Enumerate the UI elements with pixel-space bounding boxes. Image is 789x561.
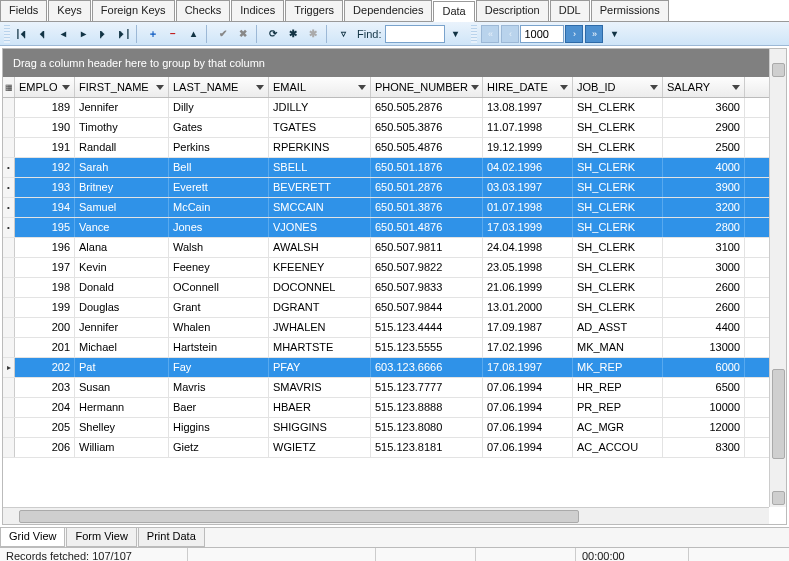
tab-data[interactable]: Data <box>433 1 474 22</box>
tab-dependencies[interactable]: Dependencies <box>344 0 432 21</box>
cell-job-id[interactable]: AC_MGR <box>573 418 663 437</box>
cell-last-name[interactable]: Fay <box>169 358 269 377</box>
table-row[interactable]: •194SamuelMcCainSMCCAIN650.501.387601.07… <box>3 198 769 218</box>
cell-last-name[interactable]: Jones <box>169 218 269 237</box>
cell-first-name[interactable]: Susan <box>75 378 169 397</box>
cell-phone[interactable]: 650.501.1876 <box>371 158 483 177</box>
cell-salary[interactable]: 2600 <box>663 298 745 317</box>
chevron-down-icon[interactable] <box>358 85 366 90</box>
cell-hire-date[interactable]: 13.08.1997 <box>483 98 573 117</box>
cell-phone[interactable]: 650.505.4876 <box>371 138 483 157</box>
cell-job-id[interactable]: MK_MAN <box>573 338 663 357</box>
cell-employee-id[interactable]: 189 <box>15 98 75 117</box>
cell-last-name[interactable]: Whalen <box>169 318 269 337</box>
cell-phone[interactable]: 650.507.9811 <box>371 238 483 257</box>
col-email[interactable]: EMAIL <box>269 77 371 97</box>
col-first-name[interactable]: FIRST_NAME <box>75 77 169 97</box>
cell-salary[interactable]: 2600 <box>663 278 745 297</box>
cell-last-name[interactable]: Grant <box>169 298 269 317</box>
cell-last-name[interactable]: Hartstein <box>169 338 269 357</box>
chevron-down-icon[interactable] <box>471 85 479 90</box>
bookmark-icon[interactable]: ✱ <box>284 25 302 43</box>
cell-email[interactable]: DOCONNEL <box>269 278 371 297</box>
cell-hire-date[interactable]: 01.07.1998 <box>483 198 573 217</box>
cell-salary[interactable]: 4400 <box>663 318 745 337</box>
cell-last-name[interactable]: Gates <box>169 118 269 137</box>
add-row-icon[interactable]: ＋ <box>144 25 162 43</box>
cell-employee-id[interactable]: 190 <box>15 118 75 137</box>
cell-first-name[interactable]: Samuel <box>75 198 169 217</box>
cell-email[interactable]: JWHALEN <box>269 318 371 337</box>
group-by-bar[interactable]: Drag a column header here to group by th… <box>3 49 769 77</box>
cell-email[interactable]: TGATES <box>269 118 371 137</box>
cell-last-name[interactable]: Dilly <box>169 98 269 117</box>
cell-last-name[interactable]: Perkins <box>169 138 269 157</box>
table-row[interactable]: 189JenniferDillyJDILLY650.505.287613.08.… <box>3 98 769 118</box>
cell-job-id[interactable]: AD_ASST <box>573 318 663 337</box>
row-indicator[interactable] <box>3 278 15 297</box>
cell-phone[interactable]: 650.507.9833 <box>371 278 483 297</box>
cell-employee-id[interactable]: 196 <box>15 238 75 257</box>
cell-hire-date[interactable]: 24.04.1998 <box>483 238 573 257</box>
cell-job-id[interactable]: PR_REP <box>573 398 663 417</box>
cell-first-name[interactable]: Sarah <box>75 158 169 177</box>
cell-salary[interactable]: 6000 <box>663 358 745 377</box>
cell-job-id[interactable]: SH_CLERK <box>573 158 663 177</box>
cell-job-id[interactable]: SH_CLERK <box>573 258 663 277</box>
chevron-down-icon[interactable] <box>560 85 568 90</box>
cell-first-name[interactable]: Kevin <box>75 258 169 277</box>
cell-hire-date[interactable]: 23.05.1998 <box>483 258 573 277</box>
cell-phone[interactable]: 515.123.8181 <box>371 438 483 457</box>
tab-description[interactable]: Description <box>476 0 549 21</box>
find-dropdown-icon[interactable]: ▾ <box>446 25 464 43</box>
cell-employee-id[interactable]: 202 <box>15 358 75 377</box>
cell-email[interactable]: SMCCAIN <box>269 198 371 217</box>
table-row[interactable]: 197KevinFeeneyKFEENEY650.507.982223.05.1… <box>3 258 769 278</box>
cell-last-name[interactable]: Feeney <box>169 258 269 277</box>
cell-last-name[interactable]: Walsh <box>169 238 269 257</box>
cell-employee-id[interactable]: 204 <box>15 398 75 417</box>
row-indicator[interactable] <box>3 258 15 277</box>
cell-first-name[interactable]: Jennifer <box>75 98 169 117</box>
cell-email[interactable]: AWALSH <box>269 238 371 257</box>
row-indicator[interactable]: ▸ <box>3 358 15 377</box>
commit-icon[interactable]: ✔ <box>214 25 232 43</box>
cell-salary[interactable]: 2900 <box>663 118 745 137</box>
cell-hire-date[interactable]: 07.06.1994 <box>483 418 573 437</box>
cell-last-name[interactable]: OConnell <box>169 278 269 297</box>
cell-first-name[interactable]: Shelley <box>75 418 169 437</box>
table-row[interactable]: 204HermannBaerHBAER515.123.888807.06.199… <box>3 398 769 418</box>
tab-triggers[interactable]: Triggers <box>285 0 343 21</box>
cell-first-name[interactable]: Timothy <box>75 118 169 137</box>
table-row[interactable]: 201MichaelHartsteinMHARTSTE515.123.55551… <box>3 338 769 358</box>
table-row[interactable]: 191RandallPerkinsRPERKINS650.505.487619.… <box>3 138 769 158</box>
cell-job-id[interactable]: MK_REP <box>573 358 663 377</box>
cell-employee-id[interactable]: 197 <box>15 258 75 277</box>
cell-hire-date[interactable]: 21.06.1999 <box>483 278 573 297</box>
cell-employee-id[interactable]: 205 <box>15 418 75 437</box>
btab-print-data[interactable]: Print Data <box>138 528 205 547</box>
row-indicator[interactable] <box>3 378 15 397</box>
cell-first-name[interactable]: Vance <box>75 218 169 237</box>
tab-checks[interactable]: Checks <box>176 0 231 21</box>
cell-salary[interactable]: 3100 <box>663 238 745 257</box>
cell-hire-date[interactable]: 03.03.1997 <box>483 178 573 197</box>
cell-hire-date[interactable]: 17.09.1987 <box>483 318 573 337</box>
cell-hire-date[interactable]: 04.02.1996 <box>483 158 573 177</box>
cell-job-id[interactable]: SH_CLERK <box>573 118 663 137</box>
cell-email[interactable]: WGIETZ <box>269 438 371 457</box>
cell-salary[interactable]: 10000 <box>663 398 745 417</box>
cell-job-id[interactable]: AC_ACCOU <box>573 438 663 457</box>
cell-first-name[interactable]: Britney <box>75 178 169 197</box>
cell-last-name[interactable]: Higgins <box>169 418 269 437</box>
cell-salary[interactable]: 3000 <box>663 258 745 277</box>
page-input[interactable] <box>520 25 564 43</box>
bookmark2-icon[interactable]: ✱ <box>304 25 322 43</box>
row-indicator[interactable] <box>3 418 15 437</box>
cell-employee-id[interactable]: 206 <box>15 438 75 457</box>
cell-hire-date[interactable]: 07.06.1994 <box>483 398 573 417</box>
table-row[interactable]: 199DouglasGrantDGRANT650.507.984413.01.2… <box>3 298 769 318</box>
cell-salary[interactable]: 3600 <box>663 98 745 117</box>
cell-phone[interactable]: 650.505.3876 <box>371 118 483 137</box>
table-row[interactable]: •192SarahBellSBELL650.501.187604.02.1996… <box>3 158 769 178</box>
